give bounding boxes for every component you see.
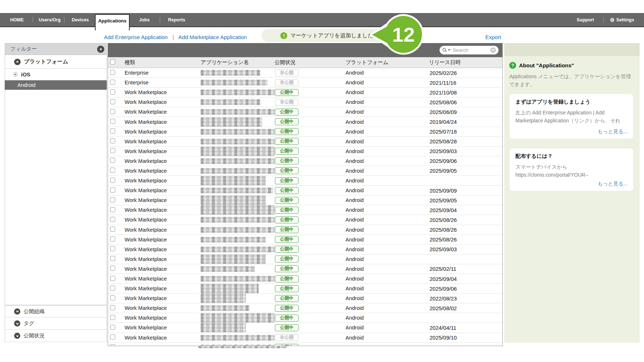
table-row[interactable]: Work Marketplace公開中Android2025/08/02 <box>108 303 502 313</box>
table-row[interactable]: Work Marketplace公開中Android2025/06/09 <box>108 107 502 117</box>
row-checkbox[interactable] <box>110 295 115 300</box>
tab-reports[interactable]: Reports <box>168 13 185 26</box>
table-row[interactable]: Work Marketplace非公開Android2025/09/10 <box>108 333 502 343</box>
table-row[interactable]: Enterprise非公開Android2021/11/16 <box>108 78 502 88</box>
row-checkbox[interactable] <box>110 344 115 346</box>
row-checkbox[interactable] <box>110 99 115 104</box>
row-checkbox[interactable] <box>110 148 115 153</box>
table-row[interactable]: 公開中 <box>108 343 502 346</box>
row-checkbox[interactable] <box>110 70 115 75</box>
column-header-app-name[interactable]: アプリケーション名 <box>199 59 275 66</box>
table-row[interactable]: Work Marketplace公開中Android2025/09/04 <box>108 205 502 215</box>
table-row[interactable]: Work Marketplace公開中Android2025/09/06 <box>108 284 502 294</box>
row-checkbox[interactable] <box>110 217 115 222</box>
table-row[interactable]: Work Marketplace公開中Android2025/02/11 <box>108 264 502 274</box>
column-header-type[interactable]: 種類 <box>125 59 199 66</box>
row-checkbox[interactable] <box>110 256 115 261</box>
app-name-redacted <box>201 158 275 164</box>
platform-cell: Android <box>346 325 429 331</box>
table-row[interactable]: Work Marketplace公開中Android <box>108 254 502 264</box>
see-more-link[interactable]: もっと見る... <box>598 129 628 135</box>
filter-option-ios[interactable]: iOS <box>5 69 107 80</box>
table-row[interactable]: Work Marketplace公開中Android2025/09/04 <box>108 274 502 284</box>
row-checkbox[interactable] <box>110 325 115 330</box>
see-more-link[interactable]: もっと見る... <box>598 181 628 187</box>
status-badge: 公開中 <box>275 197 298 204</box>
row-checkbox[interactable] <box>110 266 115 271</box>
table-row[interactable]: Work Marketplace公開中Android <box>108 313 502 323</box>
row-checkbox[interactable] <box>110 197 115 202</box>
app-type-cell: Work Marketplace <box>125 227 199 233</box>
app-name-cell <box>199 323 275 332</box>
add-enterprise-application-link[interactable]: Add Enterprise Application <box>104 34 168 40</box>
table-row[interactable]: Work Marketplace非公開Android2025/08/06 <box>108 97 502 107</box>
table-row[interactable]: Enterprise非公開Android2025/02/26 <box>108 68 502 78</box>
select-all-checkbox[interactable] <box>110 59 115 64</box>
collapse-sidebar-button[interactable] <box>97 46 104 53</box>
app-name-cell <box>199 205 275 215</box>
table-row[interactable]: Work Marketplace公開中Android2025/08/26 <box>108 225 502 235</box>
row-checkbox[interactable] <box>110 227 115 232</box>
row-checkbox[interactable] <box>110 129 115 134</box>
release-date-cell: 2025/09/04 <box>429 276 503 282</box>
filter-section-platform[interactable]: プラットフォーム <box>5 55 107 69</box>
status-cell: 非公開 <box>275 334 346 341</box>
platform-cell: Android <box>346 139 429 144</box>
table-row[interactable]: Work Marketplace公開中Android2022/08/23 <box>108 294 502 303</box>
app-name-cell <box>199 139 275 144</box>
column-header-platform[interactable]: プラットフォーム <box>346 59 429 66</box>
row-checkbox[interactable] <box>110 286 115 291</box>
table-row[interactable]: Work Marketplace公開中Android2025/09/09 <box>108 186 502 195</box>
nav-settings-link[interactable]: ⚙ Settings <box>610 13 634 26</box>
table-row[interactable]: Work Marketplace公開中Android2025/09/05 <box>108 195 502 205</box>
tab-applications-active[interactable]: Applications <box>95 14 130 30</box>
row-checkbox[interactable] <box>110 246 115 251</box>
table-row[interactable]: Work Marketplace公開中Android2019/04/24 <box>108 117 502 127</box>
search-scope-caret-icon[interactable] <box>448 49 451 51</box>
release-date-cell: 2025/09/05 <box>429 168 503 174</box>
tab-users-org[interactable]: Users/Org <box>39 13 60 26</box>
row-checkbox[interactable] <box>110 178 115 183</box>
filter-section-tag[interactable]: タグ <box>5 317 107 330</box>
row-checkbox[interactable] <box>110 80 115 85</box>
table-row[interactable]: Work Marketplace公開中Android2025/07/18 <box>108 127 502 137</box>
tab-jobs[interactable]: Jobs <box>139 13 150 26</box>
filter-section-org[interactable]: 公開組織 <box>5 305 107 317</box>
column-header-release-date[interactable]: リリース日時 <box>429 59 503 66</box>
release-date-cell: 2025/07/18 <box>429 129 503 135</box>
row-checkbox[interactable] <box>110 168 115 173</box>
table-row[interactable]: Work Marketplace公開中Android2024/04/11 <box>108 323 502 333</box>
tab-home[interactable]: HOME <box>10 13 24 26</box>
row-checkbox[interactable] <box>110 236 115 241</box>
filter-section-status[interactable]: 公開状況 <box>5 330 107 342</box>
row-checkbox[interactable] <box>110 158 115 163</box>
row-checkbox[interactable] <box>110 276 115 281</box>
row-checkbox[interactable] <box>110 305 115 310</box>
nav-support-link[interactable]: Support <box>577 13 594 26</box>
table-row[interactable]: Work Marketplace公開中Android2025/08/26 <box>108 215 502 225</box>
table-row[interactable]: Work Marketplace公開中Android2021/10/08 <box>108 88 502 97</box>
column-header-status[interactable]: 公開状況 <box>275 59 346 66</box>
table-row[interactable]: Work Marketplace公開中Android2025/09/05 <box>108 166 502 176</box>
row-checkbox[interactable] <box>110 315 115 320</box>
clear-search-icon[interactable]: ✕ <box>490 47 496 53</box>
table-row[interactable]: Work Marketplace公開中Android2025/09/03 <box>108 147 502 156</box>
add-marketplace-application-link[interactable]: Add Marketplace Application <box>178 34 247 40</box>
row-checkbox[interactable] <box>110 188 115 193</box>
table-row[interactable]: Work Marketplace公開中Android <box>108 176 502 186</box>
table-row[interactable]: Work Marketplace公開中Android2025/09/06 <box>108 156 502 166</box>
row-checkbox[interactable] <box>110 207 115 212</box>
search-input[interactable] <box>452 47 487 53</box>
status-cell: 公開中 <box>275 118 346 125</box>
row-checkbox[interactable] <box>110 334 115 340</box>
tab-devices[interactable]: Devices <box>72 13 89 26</box>
row-checkbox[interactable] <box>110 89 115 94</box>
filter-option-android-selected[interactable]: Android <box>5 80 107 90</box>
export-link[interactable]: Export <box>485 34 501 40</box>
table-row[interactable]: Work Marketplace公開中Android2025/08/26 <box>108 235 502 245</box>
row-checkbox[interactable] <box>110 138 115 143</box>
table-row[interactable]: Work Marketplace公開中Android2025/08/28 <box>108 137 502 147</box>
row-checkbox[interactable] <box>110 119 115 124</box>
table-row[interactable]: Work Marketplace公開中Android2025/09/03 <box>108 245 502 254</box>
row-checkbox[interactable] <box>110 109 115 114</box>
